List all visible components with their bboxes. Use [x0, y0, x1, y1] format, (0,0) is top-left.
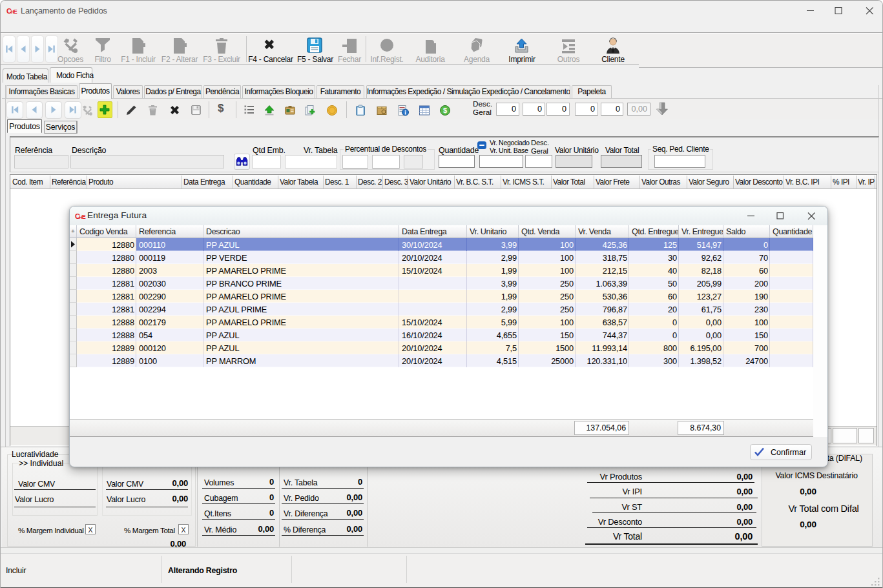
- svg-text:$: $: [443, 106, 447, 114]
- svg-text:E: E: [82, 214, 86, 220]
- svg-text:E: E: [14, 8, 17, 15]
